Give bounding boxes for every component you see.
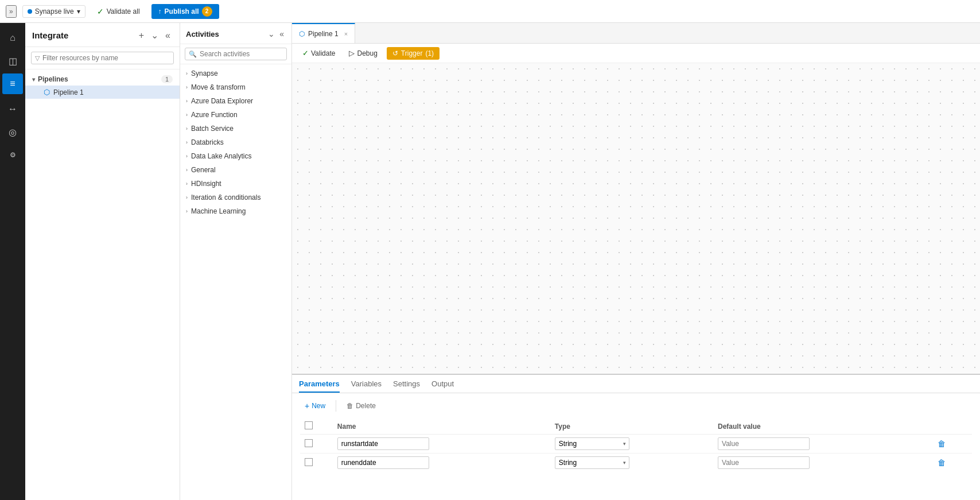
act-label-2: Azure Data Explorer bbox=[191, 97, 253, 105]
bottom-panel: ParametersVariablesSettingsOutput + New … bbox=[292, 374, 980, 500]
bottom-tab-parameters[interactable]: Parameters bbox=[299, 375, 340, 393]
integrate-collapse-button[interactable]: « bbox=[163, 29, 173, 42]
pipeline-item-1[interactable]: ⬡ Pipeline 1 bbox=[25, 86, 180, 99]
validate-check-icon: ✓ bbox=[97, 7, 104, 16]
activity-item-9[interactable]: ›Iteration & conditionals bbox=[180, 191, 291, 204]
validate-label: Validate bbox=[311, 49, 335, 57]
activity-item-7[interactable]: ›General bbox=[180, 163, 291, 177]
activity-item-4[interactable]: ›Batch Service bbox=[180, 122, 291, 135]
row-0-delete-cell: 🗑 bbox=[931, 435, 972, 454]
publish-upload-icon: ↑ bbox=[158, 7, 162, 15]
publish-all-button[interactable]: ↑ Publish all 2 bbox=[151, 4, 219, 19]
trigger-count: (1) bbox=[425, 49, 434, 57]
bottom-tab-output[interactable]: Output bbox=[431, 375, 454, 393]
integrate-add-button[interactable]: + bbox=[137, 29, 146, 42]
publish-all-label: Publish all bbox=[165, 7, 199, 15]
sidebar-icon-develop[interactable]: ≡ bbox=[2, 73, 23, 94]
activity-item-1[interactable]: ›Move & transform bbox=[180, 80, 291, 94]
activity-item-5[interactable]: ›Databricks bbox=[180, 135, 291, 149]
act-label-9: Iteration & conditionals bbox=[191, 193, 260, 201]
activity-item-3[interactable]: ›Azure Function bbox=[180, 108, 291, 122]
row-0-type-wrap: StringIntBoolArrayObjectFloat ▾ bbox=[555, 437, 629, 450]
row-1-name-input[interactable] bbox=[337, 456, 429, 469]
activities-collapse-btn[interactable]: ⌄ bbox=[266, 29, 277, 39]
act-label-1: Move & transform bbox=[191, 83, 246, 91]
delete-icon: 🗑 bbox=[347, 402, 353, 410]
integrate-chevron-button[interactable]: ⌄ bbox=[149, 29, 161, 42]
sidebar-icon-data[interactable]: ◫ bbox=[2, 51, 23, 71]
filter-input[interactable] bbox=[42, 54, 170, 62]
activities-header-actions: ⌄ « bbox=[266, 29, 286, 39]
pipeline-item-label: Pipeline 1 bbox=[53, 88, 84, 96]
integrate-header: Integrate + ⌄ « bbox=[25, 23, 180, 47]
col-header-type: Type bbox=[550, 418, 713, 435]
search-activities-inner: 🔍 bbox=[185, 48, 287, 60]
sidebar-icon-home[interactable]: ⌂ bbox=[2, 28, 23, 48]
icon-sidebar: ⌂ ◫ ≡ ↔ ◎ ⚙ bbox=[0, 23, 25, 500]
row-0-type-select[interactable]: StringIntBoolArrayObjectFloat bbox=[555, 438, 623, 449]
synapse-live-selector[interactable]: Synapse live ▾ bbox=[22, 5, 85, 18]
expand-button[interactable]: » bbox=[6, 5, 17, 18]
act-chevron-icon-7: › bbox=[186, 167, 188, 173]
col-header-checkbox bbox=[300, 418, 333, 435]
act-chevron-icon-4: › bbox=[186, 126, 188, 131]
row-1-delete-button[interactable]: 🗑 bbox=[935, 457, 948, 468]
row-0-default-input[interactable] bbox=[718, 437, 810, 450]
search-activities-input[interactable] bbox=[200, 50, 286, 58]
validate-all-button[interactable]: ✓ Validate all bbox=[91, 5, 146, 18]
activities-list: ›Synapse›Move & transform›Azure Data Exp… bbox=[180, 64, 291, 500]
debug-button[interactable]: ▷ Debug bbox=[344, 46, 382, 60]
activity-item-0[interactable]: ›Synapse bbox=[180, 67, 291, 80]
row-0-delete-button[interactable]: 🗑 bbox=[935, 438, 948, 449]
bottom-tab-settings[interactable]: Settings bbox=[393, 375, 420, 393]
row-1-default-input[interactable] bbox=[718, 456, 810, 469]
delete-param-button[interactable]: 🗑 Delete bbox=[342, 400, 380, 412]
activities-collapse2-btn[interactable]: « bbox=[278, 29, 286, 39]
activity-item-2[interactable]: ›Azure Data Explorer bbox=[180, 94, 291, 108]
act-chevron-icon-2: › bbox=[186, 98, 188, 104]
activity-item-6[interactable]: ›Data Lake Analytics bbox=[180, 149, 291, 163]
act-chevron-icon-5: › bbox=[186, 139, 188, 145]
activity-item-8[interactable]: ›HDInsight bbox=[180, 177, 291, 191]
act-label-5: Databricks bbox=[191, 138, 224, 146]
new-param-button[interactable]: + New bbox=[300, 399, 330, 413]
col-header-default: Default value bbox=[713, 418, 931, 435]
pipelines-count-badge: 1 bbox=[161, 75, 173, 83]
trigger-button[interactable]: ↺ Trigger (1) bbox=[387, 47, 440, 60]
search-activities-wrap: 🔍 bbox=[180, 44, 291, 64]
act-label-0: Synapse bbox=[191, 69, 218, 77]
canvas-area[interactable] bbox=[292, 63, 980, 374]
sidebar-icon-integrate[interactable]: ↔ bbox=[2, 99, 23, 119]
row-0-type-cell: StringIntBoolArrayObjectFloat ▾ bbox=[550, 435, 713, 454]
synapse-label: Synapse live bbox=[35, 7, 74, 15]
pipelines-group-left: ▾ Pipelines bbox=[32, 75, 68, 83]
trigger-label: Trigger bbox=[401, 49, 423, 57]
activities-panel: Activities ⌄ « 🔍 ›Synapse›Move & transfo… bbox=[180, 23, 292, 500]
col-header-name: Name bbox=[333, 418, 550, 435]
row-1-name-cell bbox=[333, 454, 550, 472]
sidebar-icon-manage[interactable]: ⚙ bbox=[2, 145, 23, 165]
pipelines-chevron-icon: ▾ bbox=[32, 76, 35, 83]
sidebar-icon-monitor[interactable]: ◎ bbox=[2, 122, 23, 142]
select-all-checkbox[interactable] bbox=[305, 421, 313, 429]
row-1-checkbox[interactable] bbox=[305, 458, 313, 466]
pipelines-group: ▾ Pipelines 1 ⬡ Pipeline 1 bbox=[25, 73, 180, 99]
search-activities-icon: 🔍 bbox=[189, 51, 197, 58]
validate-all-label: Validate all bbox=[107, 7, 140, 15]
row-0-name-input[interactable] bbox=[337, 437, 429, 450]
pipelines-group-header[interactable]: ▾ Pipelines 1 bbox=[25, 73, 180, 86]
bottom-tab-variables[interactable]: Variables bbox=[351, 375, 382, 393]
row-0-checkbox[interactable] bbox=[305, 439, 313, 447]
row-1-type-select[interactable]: StringIntBoolArrayObjectFloat bbox=[555, 457, 623, 468]
filter-input-wrap: ▽ bbox=[31, 52, 174, 64]
act-label-6: Data Lake Analytics bbox=[191, 152, 251, 160]
activity-item-10[interactable]: ›Machine Learning bbox=[180, 204, 291, 218]
synapse-chevron-icon: ▾ bbox=[77, 7, 80, 15]
pipeline-tab-icon: ⬡ bbox=[299, 30, 305, 38]
integrate-actions: + ⌄ « bbox=[137, 29, 173, 42]
param-row-1: StringIntBoolArrayObjectFloat ▾ 🗑 bbox=[300, 454, 972, 472]
pipeline-tab-close-icon[interactable]: × bbox=[344, 30, 348, 37]
pipeline-tab-1[interactable]: ⬡ Pipeline 1 × bbox=[292, 23, 355, 43]
validate-button[interactable]: ✓ Validate bbox=[298, 46, 340, 60]
params-table: Name Type Default value StringIntBoolArr… bbox=[300, 418, 972, 472]
